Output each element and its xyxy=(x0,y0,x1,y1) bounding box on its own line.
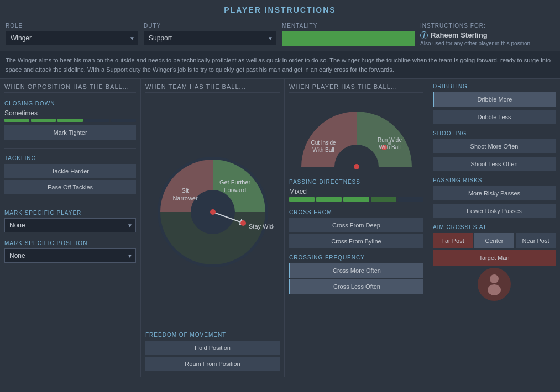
tackle-harder-button[interactable]: Tackle Harder xyxy=(4,164,136,178)
cross-more-often-button[interactable]: Cross More Often xyxy=(289,263,423,278)
passing-risks-label: PASSING RISKS xyxy=(433,177,556,183)
pie-label-wider: Stay Wider xyxy=(249,223,274,230)
right-center-panel: WHEN PLAYER HAS THE BALL... xyxy=(285,79,428,377)
bar-seg-2 xyxy=(31,119,56,122)
dribble-less-button[interactable]: Dribble Less xyxy=(433,110,556,124)
mark-specific-player-wrapper: None ▼ xyxy=(4,218,136,232)
ease-off-tackles-button[interactable]: Ease Off Tackles xyxy=(4,180,136,194)
duty-label: DUTY xyxy=(144,23,276,29)
divider-1 xyxy=(4,148,136,149)
mark-specific-position-select[interactable]: None xyxy=(4,248,136,263)
duty-select[interactable]: Support Attack Defend xyxy=(144,31,276,45)
closing-down-bar xyxy=(4,119,136,122)
mark-specific-player-section: MARK SPECIFIC PLAYER None ▼ xyxy=(4,210,136,232)
half-label-run-wide: Run Wide xyxy=(378,137,402,143)
instructions-sub: Also used for any other player in this p… xyxy=(420,40,554,46)
aim-crosses-grid: Far Post Center Near Post xyxy=(433,233,556,248)
cross-from-deep-button[interactable]: Cross From Deep xyxy=(289,218,423,232)
duty-section: DUTY Support Attack Defend ▼ xyxy=(144,23,276,45)
near-post-button[interactable]: Near Post xyxy=(516,233,556,248)
when-opposition-header: WHEN OPPOSITION HAS THE BALL... xyxy=(4,83,136,93)
mark-specific-player-label: MARK SPECIFIC PLAYER xyxy=(4,210,136,216)
left-panel: WHEN OPPOSITION HAS THE BALL... CLOSING … xyxy=(0,79,141,377)
pass-bar-2 xyxy=(316,197,342,202)
bar-seg-3 xyxy=(57,119,82,122)
cross-from-section: CROSS FROM Cross From Deep Cross From By… xyxy=(289,209,423,250)
pie-label-narrower: Sit xyxy=(181,187,189,194)
closing-down-section: CLOSING DOWN Sometimes Mark Tighter xyxy=(4,100,136,141)
role-select[interactable]: Winger Midfielder Forward xyxy=(6,31,138,45)
half-circle-svg: Cut Inside With Ball Run Wide With Ball xyxy=(293,100,420,172)
top-bar: ROLE Winger Midfielder Forward ▼ DUTY Su… xyxy=(0,18,560,51)
when-player-header: WHEN PLAYER HAS THE BALL... xyxy=(289,83,423,93)
role-label: ROLE xyxy=(6,23,138,29)
passing-bar xyxy=(289,197,423,202)
crossing-frequency-label: CROSSING FREQUENCY xyxy=(289,255,423,261)
half-label-cut-inside: Cut Inside xyxy=(311,140,336,146)
dribbling-section: DRIBBLING Dribble More Dribble Less xyxy=(433,83,556,126)
player-silhouette xyxy=(478,268,511,301)
aim-crosses-section: AIM CROSSES AT Far Post Center Near Post… xyxy=(433,224,556,301)
closing-down-label: CLOSING DOWN xyxy=(4,100,136,107)
duty-dropdown-wrapper: Support Attack Defend ▼ xyxy=(144,31,276,45)
more-risky-passes-button[interactable]: More Risky Passes xyxy=(433,186,556,200)
mentality-section: MENTALITY xyxy=(282,23,415,46)
mentality-bar xyxy=(282,31,415,46)
half-label-cut-inside2: With Ball xyxy=(312,147,334,153)
pie-center-dot xyxy=(210,209,216,215)
mark-specific-position-section: MARK SPECIFIC POSITION None ▼ xyxy=(4,240,136,263)
pass-bar-1 xyxy=(289,197,315,202)
freedom-label: FREEDOM OF MOVEMENT xyxy=(145,332,280,338)
bar-seg-4 xyxy=(85,119,109,122)
bar-seg-5 xyxy=(111,119,136,122)
mark-specific-position-label: MARK SPECIFIC POSITION xyxy=(4,240,136,246)
role-dropdown-wrapper: Winger Midfielder Forward ▼ xyxy=(6,31,138,45)
roam-from-position-button[interactable]: Roam From Position xyxy=(145,357,280,371)
when-team-header: WHEN TEAM HAS THE BALL... xyxy=(145,83,280,93)
pass-bar-5 xyxy=(398,197,423,202)
middle-panel: WHEN TEAM HAS THE BALL... xyxy=(141,79,285,377)
pass-bar-3 xyxy=(343,197,369,202)
closing-down-value: Sometimes xyxy=(4,109,136,117)
dribbling-label: DRIBBLING xyxy=(433,83,556,89)
target-man-button[interactable]: Target Man xyxy=(433,250,556,266)
far-right-panel: DRIBBLING Dribble More Dribble Less SHOO… xyxy=(428,79,560,377)
main-content: WHEN OPPOSITION HAS THE BALL... CLOSING … xyxy=(0,79,560,377)
mentality-label: MENTALITY xyxy=(282,23,415,29)
silhouette-svg xyxy=(483,273,505,295)
page-title: PLAYER INSTRUCTIONS xyxy=(0,0,560,18)
tackling-section: TACKLING Tackle Harder Ease Off Tackles xyxy=(4,155,136,196)
bar-seg-1 xyxy=(4,119,29,122)
tackling-label: TACKLING xyxy=(4,155,136,161)
mark-tighter-button[interactable]: Mark Tighter xyxy=(4,125,136,140)
half-circle-area: Cut Inside With Ball Run Wide With Ball xyxy=(293,100,420,172)
far-post-button[interactable]: Far Post xyxy=(433,233,473,248)
pie-end-dot xyxy=(240,220,246,226)
cross-less-often-button[interactable]: Cross Less Often xyxy=(289,279,423,294)
center-button[interactable]: Center xyxy=(474,233,514,248)
silhouette-head xyxy=(490,274,499,283)
fewer-risky-passes-button[interactable]: Fewer Risky Passes xyxy=(433,204,556,218)
description-bar: The Winger aims to beat his man on the o… xyxy=(0,51,560,79)
mark-specific-position-wrapper: None ▼ xyxy=(4,248,136,263)
cross-from-label: CROSS FROM xyxy=(289,209,423,215)
instructions-for-label: INSTRUCTIONS FOR: xyxy=(420,23,554,29)
pie-chart-container: Get Further Forward Sit Narrower Stay Wi… xyxy=(152,151,274,273)
passing-directness-value: Mixed xyxy=(289,188,423,195)
cross-from-byline-button[interactable]: Cross From Byline xyxy=(289,234,423,248)
shoot-more-often-button[interactable]: Shoot More Often xyxy=(433,139,556,153)
mark-specific-player-select[interactable]: None xyxy=(4,218,136,232)
pie-chart-area: Get Further Forward Sit Narrower Stay Wi… xyxy=(145,96,280,327)
instructions-for-section: INSTRUCTIONS FOR: i Raheem Sterling Also… xyxy=(420,23,554,46)
hold-position-button[interactable]: Hold Position xyxy=(145,341,280,355)
dribble-more-button[interactable]: Dribble More xyxy=(433,92,556,107)
aim-crosses-label: AIM CROSSES AT xyxy=(433,224,556,230)
pie-label-forward2: Forward xyxy=(223,187,245,193)
shoot-less-often-button[interactable]: Shoot Less Often xyxy=(433,157,556,171)
divider-2 xyxy=(4,203,136,203)
player-name: Raheem Sterling xyxy=(431,31,488,39)
silhouette-body xyxy=(488,284,501,295)
passing-directness-label: PASSING DIRECTNESS xyxy=(289,179,423,185)
pie-chart-svg: Get Further Forward Sit Narrower Stay Wi… xyxy=(152,151,274,273)
shooting-label: SHOOTING xyxy=(433,130,556,136)
